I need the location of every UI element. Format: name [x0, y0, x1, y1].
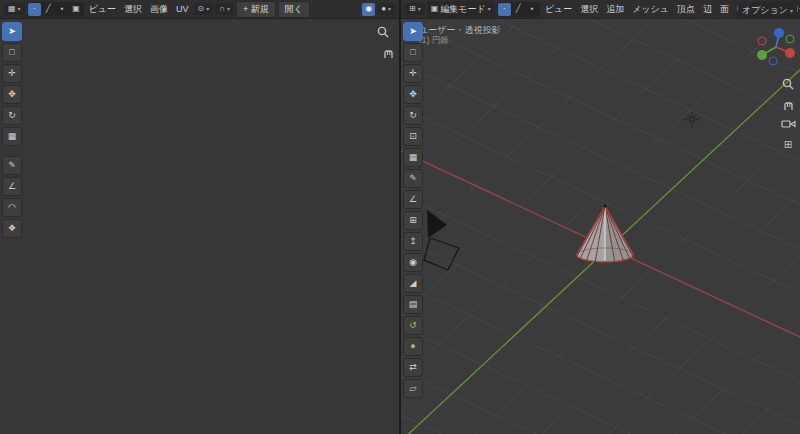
tool-extrude-button[interactable]: ↥ — [403, 232, 423, 251]
uv-face-select-button[interactable]: ▪ — [56, 3, 69, 16]
chevron-down-icon: ▾ — [18, 6, 21, 12]
chevron-down-icon: ▾ — [790, 8, 793, 14]
zoom-icon[interactable] — [375, 24, 391, 40]
uv-editor-canvas[interactable] — [0, 19, 399, 434]
tool-shear-button[interactable]: ▱ — [403, 379, 423, 398]
uv-vertex-select-button[interactable]: ∙ — [28, 3, 41, 16]
cone-object[interactable] — [576, 205, 634, 263]
gizmo-z-axis[interactable] — [774, 28, 784, 38]
tool-grab-button[interactable]: ❖ — [2, 219, 22, 238]
display-channels-dropdown[interactable]: ● ▾ — [377, 3, 395, 15]
tool-measure-button[interactable]: ∠ — [403, 190, 423, 209]
uv-select-mode-group: ∙ ╱ ▪ ▣ — [27, 2, 84, 17]
options-label: オプション — [742, 4, 788, 17]
options-dropdown[interactable]: オプション ▾ — [738, 2, 797, 19]
magnet-icon: ∩ — [219, 5, 225, 13]
open-image-button[interactable]: 開く — [278, 1, 310, 18]
tool-loop-cut-button[interactable]: ▤ — [403, 295, 423, 314]
uv-editor-panel: ▦ ▾ ∙ ╱ ▪ ▣ ビュー 選択 画像 UV ⊙ ▾ ∩ ▾ + 新規 開く — [0, 0, 399, 434]
pan-hand-icon[interactable] — [780, 96, 796, 112]
uv-toolbar: ➤ □ ✛ ✥ ↻ ▦ ✎ ∠ ◠ ❖ — [2, 22, 22, 238]
tool-rotate-button[interactable]: ↻ — [403, 106, 423, 125]
pivot-dropdown[interactable]: ⊙ ▾ — [194, 3, 214, 15]
active-object-label: (1) 円錐 — [419, 35, 449, 47]
uv-overlay-toggle[interactable]: ◉ — [362, 3, 375, 16]
zoom-icon[interactable] — [780, 76, 796, 92]
orthographic-toggle-icon[interactable]: ⊞ — [780, 136, 796, 152]
viewport-toolbar: ➤ □ ✛ ✥ ↻ ⊡ ▦ ✎ ∠ ⊞ ↥ ◉ ◢ ▤ ↺ ● ⇄ ▱ — [403, 22, 423, 398]
viewport-3d[interactable] — [401, 19, 800, 434]
tool-spin-button[interactable]: ↺ — [403, 316, 423, 335]
gizmo-neg-y-axis[interactable] — [786, 35, 794, 43]
tool-add-cube-button[interactable]: ⊞ — [403, 211, 423, 230]
menu-view[interactable]: ビュー — [86, 1, 119, 18]
gizmo-neg-z-axis[interactable] — [769, 57, 777, 65]
mesh-select-mode-group: ∙ ╱ ▪ — [497, 2, 540, 17]
display-channel-icon: ● — [381, 5, 386, 13]
menu-edge[interactable]: 辺 — [700, 1, 715, 18]
face-mode-button[interactable]: ▪ — [526, 3, 539, 16]
menu-vertex[interactable]: 頂点 — [674, 1, 698, 18]
tool-move-button[interactable]: ✥ — [403, 85, 423, 104]
mode-dropdown-label: 編集モード — [440, 3, 485, 16]
editor-type-dropdown[interactable]: ▦ ▾ — [4, 3, 25, 15]
uv-edge-select-button[interactable]: ╱ — [42, 3, 55, 16]
gizmo-y-axis[interactable] — [757, 50, 767, 60]
cone-apex-vertex[interactable] — [604, 205, 607, 208]
uv-editor-header: ▦ ▾ ∙ ╱ ▪ ▣ ビュー 選択 画像 UV ⊙ ▾ ∩ ▾ + 新規 開く — [0, 0, 399, 19]
tool-edge-slide-button[interactable]: ⇄ — [403, 358, 423, 377]
tool-tweak-button[interactable]: ➤ — [403, 22, 423, 41]
tool-bevel-button[interactable]: ◢ — [403, 274, 423, 293]
mode-dropdown[interactable]: ▣ 編集モード ▾ — [427, 1, 495, 18]
new-image-button[interactable]: + 新規 — [236, 1, 276, 18]
tool-measure-button[interactable]: ∠ — [2, 177, 22, 196]
chevron-down-icon: ▾ — [488, 6, 491, 12]
edit-mode-icon: ▣ — [431, 5, 439, 13]
navigation-gizmo[interactable] — [754, 24, 798, 70]
edge-mode-button[interactable]: ╱ — [512, 3, 525, 16]
blender-window: ▦ ▾ ∙ ╱ ▪ ▣ ビュー 選択 画像 UV ⊙ ▾ ∩ ▾ + 新規 開く — [0, 0, 800, 434]
tool-smooth-button[interactable]: ● — [403, 337, 423, 356]
tool-inset-faces-button[interactable]: ◉ — [403, 253, 423, 272]
vertex-mode-button[interactable]: ∙ — [498, 3, 511, 16]
tool-annotate-button[interactable]: ✎ — [403, 169, 423, 188]
gizmo-x-axis[interactable] — [785, 48, 795, 58]
gizmo-neg-x-axis[interactable] — [758, 37, 766, 45]
snap-dropdown[interactable]: ∩ ▾ — [215, 3, 234, 15]
pivot-icon: ⊙ — [198, 5, 205, 13]
chevron-down-icon: ▾ — [206, 6, 209, 12]
tool-annotate-button[interactable]: ✎ — [2, 156, 22, 175]
chevron-down-icon: ▾ — [227, 6, 230, 12]
light-object[interactable] — [685, 112, 700, 127]
tool-cursor-button[interactable]: ✛ — [403, 64, 423, 83]
viewport-editor-icon: ⊞ — [409, 5, 416, 13]
editor-type-dropdown[interactable]: ⊞ ▾ — [405, 3, 425, 15]
menu-uv[interactable]: UV — [173, 2, 192, 16]
menu-select[interactable]: 選択 — [121, 1, 145, 18]
camera-view-icon[interactable] — [780, 116, 796, 132]
tool-scale-button[interactable]: ⊡ — [403, 127, 423, 146]
pan-hand-icon[interactable] — [380, 44, 396, 60]
tool-tweak-button[interactable]: ➤ — [2, 22, 22, 41]
menu-mesh[interactable]: メッシュ — [629, 1, 672, 18]
chevron-down-icon: ▾ — [418, 6, 421, 12]
tool-cursor-button[interactable]: ✛ — [2, 64, 22, 83]
menu-add[interactable]: 追加 — [603, 1, 627, 18]
menu-image[interactable]: 画像 — [147, 1, 171, 18]
toolbar-separator — [2, 148, 22, 154]
menu-view[interactable]: ビュー — [542, 1, 575, 18]
tool-transform-button[interactable]: ▦ — [2, 127, 22, 146]
menu-face[interactable]: 面 — [717, 1, 732, 18]
tool-select-box-button[interactable]: □ — [403, 43, 423, 62]
camera-object[interactable] — [424, 210, 459, 270]
uv-editor-icon: ▦ — [8, 5, 16, 13]
menu-select[interactable]: 選択 — [577, 1, 601, 18]
tool-select-box-button[interactable]: □ — [2, 43, 22, 62]
tool-rotate-button[interactable]: ↻ — [2, 106, 22, 125]
chevron-down-icon: ▾ — [388, 6, 391, 12]
viewport-panel: ⊞ ▾ ▣ 編集モード ▾ ∙ ╱ ▪ ビュー 選択 追加 メッシュ 頂点 辺 … — [401, 0, 800, 434]
tool-relax-button[interactable]: ◠ — [2, 198, 22, 217]
uv-island-select-button[interactable]: ▣ — [70, 3, 83, 16]
tool-transform-button[interactable]: ▦ — [403, 148, 423, 167]
tool-move-button[interactable]: ✥ — [2, 85, 22, 104]
